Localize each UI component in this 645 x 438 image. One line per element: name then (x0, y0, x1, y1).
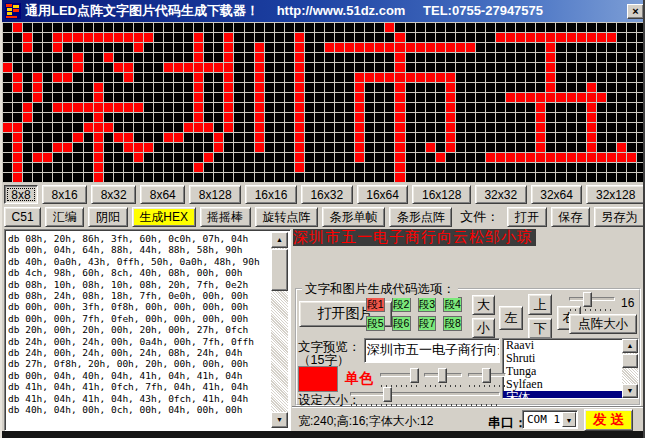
led-cell[interactable] (305, 113, 314, 122)
led-cell[interactable] (154, 103, 163, 112)
led-cell[interactable] (325, 33, 334, 42)
led-cell[interactable] (3, 83, 12, 92)
led-cell[interactable] (43, 73, 52, 82)
led-cell[interactable] (124, 133, 133, 142)
led-cell[interactable] (53, 103, 62, 112)
led-cell[interactable] (375, 23, 384, 32)
led-cell[interactable] (114, 173, 123, 182)
led-cell[interactable] (536, 23, 545, 32)
led-cell[interactable] (104, 43, 113, 52)
led-cell[interactable] (436, 143, 445, 152)
matrix-size-button-8x8[interactable]: 8x8 (4, 185, 38, 204)
led-cell[interactable] (546, 163, 555, 172)
led-cell[interactable] (245, 93, 254, 102)
led-cell[interactable] (94, 103, 103, 112)
led-cell[interactable] (13, 43, 22, 52)
led-cell[interactable] (526, 163, 535, 172)
led-cell[interactable] (406, 133, 415, 142)
led-cell[interactable] (556, 143, 565, 152)
led-cell[interactable] (295, 53, 304, 62)
led-cell[interactable] (587, 173, 596, 182)
led-cell[interactable] (275, 33, 284, 42)
led-cell[interactable] (355, 123, 364, 132)
led-cell[interactable] (577, 143, 586, 152)
font-scroll-down-icon[interactable]: ▼ (622, 384, 638, 398)
led-cell[interactable] (265, 143, 274, 152)
font-size-slider[interactable] (350, 387, 500, 407)
led-cell[interactable] (345, 133, 354, 142)
led-cell[interactable] (174, 53, 183, 62)
led-cell[interactable] (315, 53, 324, 62)
led-cell[interactable] (476, 43, 485, 52)
led-cell[interactable] (285, 23, 294, 32)
led-cell[interactable] (204, 173, 213, 182)
led-cell[interactable] (375, 113, 384, 122)
led-cell[interactable] (154, 153, 163, 162)
led-cell[interactable] (23, 93, 32, 102)
led-cell[interactable] (63, 83, 72, 92)
led-cell[interactable] (395, 143, 404, 152)
led-cell[interactable] (395, 73, 404, 82)
led-cell[interactable] (335, 23, 344, 32)
led-cell[interactable] (204, 63, 213, 72)
led-cell[interactable] (184, 93, 193, 102)
led-cell[interactable] (134, 23, 143, 32)
led-cell[interactable] (184, 173, 193, 182)
led-cell[interactable] (385, 73, 394, 82)
led-cell[interactable] (104, 153, 113, 162)
led-cell[interactable] (234, 163, 243, 172)
led-cell[interactable] (456, 43, 465, 52)
led-cell[interactable] (104, 23, 113, 32)
led-cell[interactable] (637, 163, 645, 172)
led-cell[interactable] (144, 43, 153, 52)
led-cell[interactable] (325, 53, 334, 62)
led-cell[interactable] (496, 23, 505, 32)
led-cell[interactable] (3, 63, 12, 72)
led-cell[interactable] (265, 123, 274, 132)
led-cell[interactable] (436, 163, 445, 172)
led-cell[interactable] (104, 113, 113, 122)
led-cell[interactable] (63, 33, 72, 42)
led-cell[interactable] (607, 163, 616, 172)
led-cell[interactable] (536, 163, 545, 172)
led-cell[interactable] (194, 123, 203, 132)
slider-thumb[interactable] (583, 292, 592, 307)
led-cell[interactable] (516, 173, 525, 182)
led-cell[interactable] (63, 73, 72, 82)
led-cell[interactable] (496, 43, 505, 52)
led-cell[interactable] (285, 113, 294, 122)
slider-track[interactable] (350, 392, 500, 396)
led-cell[interactable] (607, 103, 616, 112)
led-cell[interactable] (144, 103, 153, 112)
led-cell[interactable] (154, 163, 163, 172)
led-cell[interactable] (597, 143, 606, 152)
led-cell[interactable] (43, 153, 52, 162)
led-cell[interactable] (375, 73, 384, 82)
led-cell[interactable] (365, 73, 374, 82)
led-cell[interactable] (526, 143, 535, 152)
led-cell[interactable] (255, 33, 264, 42)
led-cell[interactable] (234, 93, 243, 102)
led-cell[interactable] (617, 123, 626, 132)
led-cell[interactable] (476, 103, 485, 112)
led-cell[interactable] (466, 63, 475, 72)
led-cell[interactable] (466, 73, 475, 82)
led-cell[interactable] (295, 163, 304, 172)
led-cell[interactable] (587, 163, 596, 172)
led-cell[interactable] (94, 113, 103, 122)
led-cell[interactable] (526, 53, 535, 62)
chevron-down-icon[interactable]: ▼ (562, 412, 576, 427)
led-cell[interactable] (567, 73, 576, 82)
led-cell[interactable] (536, 83, 545, 92)
led-cell[interactable] (315, 163, 324, 172)
slider-track[interactable] (569, 297, 615, 301)
led-cell[interactable] (577, 113, 586, 122)
led-cell[interactable] (43, 93, 52, 102)
led-cell[interactable] (33, 123, 42, 132)
led-cell[interactable] (406, 53, 415, 62)
led-cell[interactable] (506, 63, 515, 72)
led-cell[interactable] (305, 123, 314, 132)
move-left-button[interactable]: 左 (499, 306, 523, 330)
led-cell[interactable] (134, 173, 143, 182)
led-cell[interactable] (355, 133, 364, 142)
